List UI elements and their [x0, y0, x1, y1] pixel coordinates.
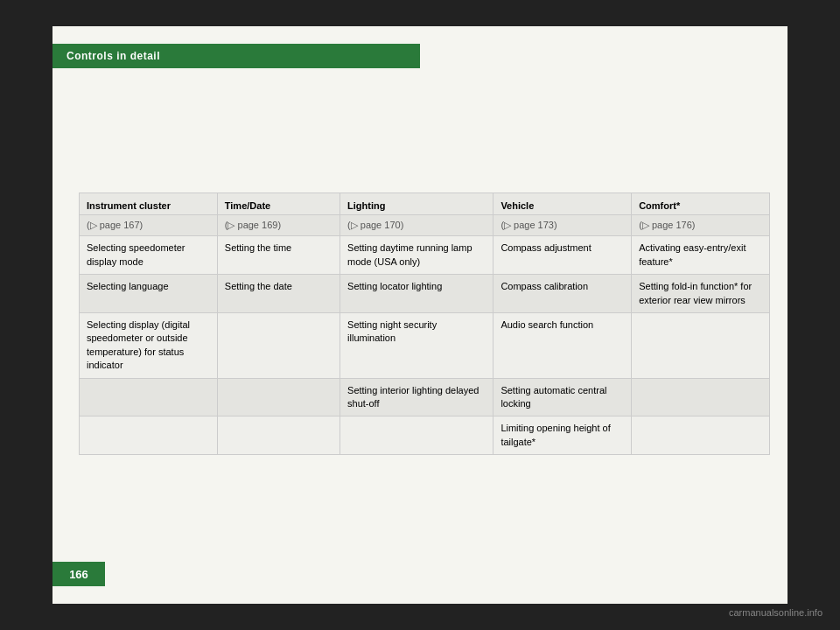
main-table-container: Instrument cluster Time/Date Lighting Ve…	[79, 192, 770, 455]
cell-vehicle-5: Limiting opening height of tailgate*	[494, 416, 632, 455]
col-header-instrument-cluster: Instrument cluster	[80, 193, 218, 215]
cell-instrument-5	[80, 416, 218, 455]
col-header-time-date: Time/Date	[217, 193, 340, 215]
watermark: carmanualsonline.info	[729, 607, 822, 618]
table-subheader-row: (▷ page 167) (▷ page 169) (▷ page 170) (…	[80, 215, 770, 236]
header-title: Controls in detail	[66, 50, 160, 62]
cell-instrument-2: Selecting language	[80, 275, 218, 313]
table-row: Selecting language Setting the date Sett…	[80, 275, 770, 313]
col-header-vehicle: Vehicle	[494, 193, 632, 215]
cell-lighting-5	[340, 416, 494, 455]
cell-comfort-5	[632, 416, 770, 455]
cell-time-3	[217, 312, 340, 378]
cell-lighting-2: Setting locator lighting	[340, 275, 494, 313]
cell-vehicle-4: Setting automatic central locking	[494, 378, 632, 416]
cell-vehicle-3: Audio search function	[494, 312, 632, 378]
subheader-instrument-cluster: (▷ page 167)	[80, 215, 218, 236]
cell-lighting-3: Setting night security illumination	[340, 312, 494, 378]
cell-time-5	[217, 416, 340, 455]
table-row: Limiting opening height of tailgate*	[80, 416, 770, 455]
cell-comfort-3	[632, 312, 770, 378]
table-row: Setting interior lighting delayed shut-o…	[80, 378, 770, 416]
subheader-vehicle: (▷ page 173)	[494, 215, 632, 236]
cell-instrument-1: Selecting speedometer display mode	[80, 236, 218, 275]
cell-vehicle-2: Compass calibration	[494, 275, 632, 313]
cell-time-2: Setting the date	[217, 275, 340, 313]
header-bar: Controls in detail	[52, 44, 420, 68]
cell-lighting-1: Setting daytime running lamp mode (USA o…	[340, 236, 494, 275]
subheader-lighting: (▷ page 170)	[340, 215, 494, 236]
col-header-comfort: Comfort*	[632, 193, 770, 215]
table-row: Selecting display (digital speedometer o…	[80, 312, 770, 378]
page-number-box: 166	[52, 562, 105, 586]
cell-instrument-3: Selecting display (digital speedometer o…	[80, 312, 218, 378]
cell-comfort-1: Activating easy-entry/exit feature*	[632, 236, 770, 275]
cell-comfort-4	[632, 378, 770, 416]
cell-instrument-4	[80, 378, 218, 416]
subheader-comfort: (▷ page 176)	[632, 215, 770, 236]
cell-vehicle-1: Compass adjustment	[494, 236, 632, 275]
page-number-text: 166	[69, 568, 88, 581]
table-row: Selecting speedometer display mode Setti…	[80, 236, 770, 275]
col-header-lighting: Lighting	[340, 193, 494, 215]
table-header-row: Instrument cluster Time/Date Lighting Ve…	[80, 193, 770, 215]
features-table: Instrument cluster Time/Date Lighting Ve…	[79, 192, 770, 455]
cell-comfort-2: Setting fold-in function* for exterior r…	[632, 275, 770, 313]
cell-time-4	[217, 378, 340, 416]
cell-time-1: Setting the time	[217, 236, 340, 275]
subheader-time-date: (▷ page 169)	[217, 215, 340, 236]
cell-lighting-4: Setting interior lighting delayed shut-o…	[340, 378, 494, 416]
